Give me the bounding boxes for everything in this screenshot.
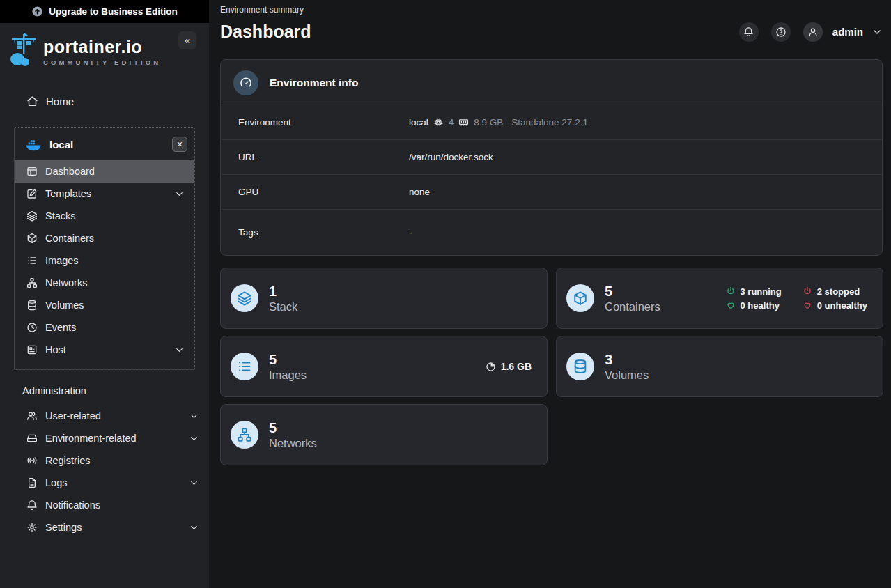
chevron-down-icon: [189, 433, 199, 444]
sidebar-item-label: Events: [45, 322, 185, 333]
sidebar-item-label: Volumes: [45, 300, 185, 311]
sidebar-item-dashboard[interactable]: Dashboard: [15, 160, 194, 183]
user-menu-label[interactable]: admin: [832, 26, 863, 38]
sidebar-item-registries[interactable]: Registries: [0, 449, 209, 472]
docker-whale-icon: [25, 138, 42, 151]
sidebar-item-containers[interactable]: Containers: [15, 227, 194, 249]
gauge-icon: [233, 70, 258, 95]
user-icon: [807, 26, 819, 38]
sidebar-item-label: Stacks: [45, 210, 185, 222]
info-row-environment: Environment local 4 8.9 GB - Standalone …: [222, 105, 881, 139]
info-row-url: URL /var/run/docker.sock: [222, 139, 881, 174]
host-icon: [26, 344, 38, 355]
images-size: 1.6 GB: [501, 361, 532, 372]
sidebar-item-label: Images: [45, 255, 185, 266]
chevron-down-icon: [189, 523, 199, 533]
containers-card[interactable]: 5 Containers 3 running 2 stopped: [556, 268, 883, 329]
bell-icon: [26, 500, 38, 511]
cube-icon: [566, 284, 594, 312]
network-icon: [26, 277, 38, 288]
power-icon: [803, 286, 812, 296]
sidebar-item-settings[interactable]: Settings: [0, 516, 209, 539]
networks-count: 5: [269, 419, 317, 436]
user-avatar[interactable]: [803, 22, 823, 42]
sidebar-item-home[interactable]: Home: [0, 90, 209, 112]
layers-icon: [231, 284, 258, 312]
upgrade-banner-button[interactable]: Upgrade to Business Edition: [0, 0, 209, 23]
database-icon: [26, 300, 38, 311]
file-icon: [26, 477, 38, 488]
portainer-app: Upgrade to Business Edition port: [0, 0, 891, 588]
tags-value: -: [409, 227, 412, 238]
edit-icon: [26, 188, 38, 199]
images-label: Images: [269, 368, 307, 382]
sidebar-item-label: Templates: [45, 188, 166, 199]
main-content: Environment summary Dashboard: [209, 0, 891, 588]
broadcast-icon: [26, 455, 38, 466]
stack-label: Stack: [269, 300, 297, 314]
sidebar-item-stacks[interactable]: Stacks: [15, 205, 194, 227]
sidebar-item-events[interactable]: Events: [15, 316, 194, 339]
sidebar-item-volumes[interactable]: Volumes: [15, 294, 194, 316]
environment-name-value: local: [409, 117, 428, 127]
sidebar-item-notifications[interactable]: Notifications: [0, 494, 209, 516]
sidebar-item-host[interactable]: Host: [15, 339, 194, 361]
volumes-card[interactable]: 3 Volumes: [556, 336, 883, 397]
sidebar: Upgrade to Business Edition port: [0, 0, 209, 588]
page-title: Dashboard: [220, 22, 311, 42]
dashboard-icon: [26, 166, 38, 177]
containers-label: Containers: [605, 300, 660, 314]
sidebar-item-label: Networks: [45, 277, 185, 288]
sidebar-item-logs[interactable]: Logs: [0, 472, 209, 494]
containers-running: 3 running: [741, 286, 782, 297]
stacks-card[interactable]: 1 Stack: [220, 268, 548, 329]
cube-icon: [26, 233, 38, 244]
chevron-down-icon: [174, 345, 185, 355]
users-icon: [26, 410, 38, 421]
volumes-label: Volumes: [605, 368, 649, 382]
containers-stopped: 2 stopped: [817, 286, 860, 297]
home-icon: [26, 95, 38, 107]
hard-drive-icon: [26, 433, 38, 444]
panel-title: Environment info: [270, 77, 358, 89]
cpu-count: 4: [449, 117, 454, 127]
clock-icon: [26, 322, 38, 333]
close-environment-button[interactable]: ×: [172, 137, 187, 152]
images-card[interactable]: 5 Images 1.6 GB: [220, 336, 548, 397]
info-row-tags: Tags -: [222, 209, 881, 255]
sidebar-item-images[interactable]: Images: [15, 249, 194, 272]
notifications-button[interactable]: [739, 22, 759, 42]
list-icon: [231, 353, 258, 380]
sidebar-item-templates[interactable]: Templates: [15, 183, 194, 205]
sidebar-item-label: Settings: [45, 522, 181, 533]
containers-count: 5: [605, 283, 660, 300]
power-icon: [726, 286, 736, 296]
sidebar-item-networks[interactable]: Networks: [15, 272, 194, 294]
images-count: 5: [269, 351, 307, 368]
info-label: Environment: [238, 117, 409, 127]
administration-heading: Administration: [0, 385, 209, 396]
heart-icon: [803, 300, 812, 310]
layers-icon: [26, 210, 38, 222]
logo-row: portainer.io COMMUNITY EDITION «: [0, 23, 209, 73]
sidebar-item-label: Environment-related: [45, 433, 181, 444]
sidebar-item-label: Registries: [45, 455, 199, 466]
sidebar-item-environment-related[interactable]: Environment-related: [0, 427, 209, 449]
portainer-logo-icon: [10, 33, 39, 68]
chevron-down-icon: [189, 478, 199, 488]
network-icon: [231, 421, 258, 449]
sidebar-collapse-button[interactable]: «: [178, 31, 196, 49]
sidebar-item-user-related[interactable]: User-related: [0, 405, 209, 427]
networks-label: Networks: [269, 436, 317, 451]
chevron-down-icon[interactable]: [871, 26, 883, 38]
chevron-down-icon: [174, 189, 185, 199]
environment-name: local: [49, 139, 73, 150]
sidebar-item-label: User-related: [45, 410, 181, 421]
containers-unhealthy: 0 unhealthy: [817, 300, 867, 311]
pie-chart-icon: [486, 362, 496, 372]
networks-card[interactable]: 5 Networks: [220, 404, 548, 465]
environment-header[interactable]: local ×: [15, 128, 194, 160]
help-button[interactable]: [771, 22, 791, 42]
url-value: /var/run/docker.sock: [409, 152, 493, 162]
containers-healthy: 0 healthy: [741, 300, 780, 311]
